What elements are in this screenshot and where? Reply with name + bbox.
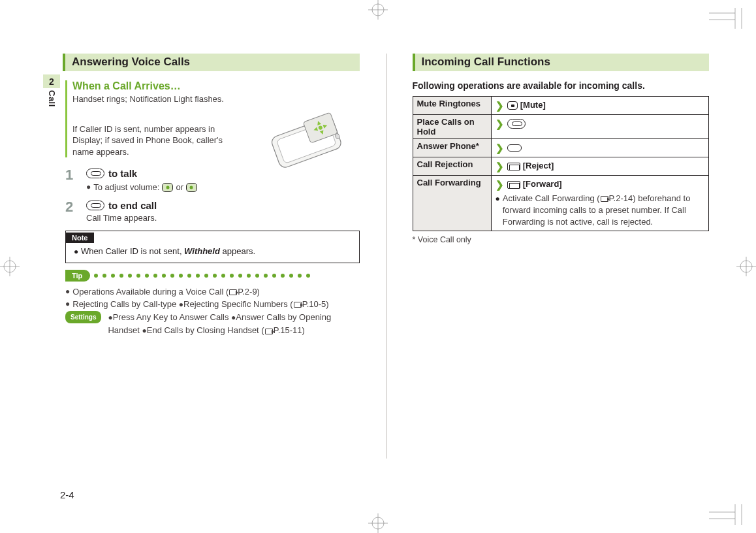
func-name: Mute Ringtones [413, 97, 491, 115]
table-row: Call Rejection ❯ [Reject] [413, 157, 709, 176]
forward-detail-pre: Activate Call Forwarding ( [503, 193, 600, 203]
crop-mark-tr [709, 8, 748, 29]
center-key-icon [507, 101, 518, 110]
tip-line-3c: End Calls by Closing Handset ( [147, 325, 264, 335]
handset-illustration [255, 106, 360, 185]
note-text-suffix: appears. [220, 246, 255, 256]
left-column: Answering Voice Calls When a Call Arrive… [63, 54, 360, 513]
tip-row: Tip [65, 270, 360, 282]
step-number: 1 [65, 168, 77, 193]
column-divider [386, 54, 386, 459]
talk-key-icon [86, 169, 104, 178]
table-row: Mute Ringtones ❯ [Mute] [413, 97, 709, 115]
right-column: Incoming Call Functions Following operat… [413, 54, 710, 513]
section-title-left: Answering Voice Calls [63, 54, 360, 71]
tip-dots [94, 274, 359, 278]
step-2-title: to end call [108, 200, 157, 211]
bullet-icon: ● [142, 326, 147, 335]
reference-icon [601, 196, 608, 202]
arrow-icon: ❯ [496, 142, 504, 153]
note-text-em: Withheld [184, 246, 220, 256]
step-1-sub-prefix: To adjust volume: [93, 182, 159, 192]
hold-key-icon [507, 119, 526, 129]
crop-mark-left [0, 257, 20, 276]
func-name: Call Forwarding [413, 176, 491, 231]
bullet-icon: ● [65, 285, 70, 298]
footnote: * Voice Call only [413, 235, 710, 244]
bullet-icon: ● [74, 247, 78, 256]
chapter-label: Call [47, 90, 57, 107]
softkey-y-icon [507, 163, 520, 170]
volume-down-key-icon [186, 183, 197, 192]
reference-icon [229, 289, 237, 295]
action-label: [Mute] [520, 100, 546, 110]
arrow-icon: ❯ [496, 118, 504, 129]
page-number: 2-4 [60, 489, 74, 500]
reference-icon [294, 302, 302, 308]
arrow-icon: ❯ [496, 179, 504, 190]
crop-mark-br [709, 504, 748, 525]
note-text-prefix: When Caller ID is not sent, [81, 246, 184, 256]
step-number: 2 [65, 200, 77, 223]
crop-mark-top [368, 0, 388, 20]
crop-mark-right [736, 257, 756, 276]
bullet-icon: ● [108, 313, 112, 322]
subheader-desc: Handset rings; Notification Light flashe… [72, 93, 360, 105]
bullet-icon: ● [65, 298, 70, 310]
intro-text: Following operations are available for i… [413, 80, 710, 91]
tip-line-2-ref: P.10-5) [302, 299, 329, 309]
step-1-sub-joiner: or [176, 182, 183, 192]
arrow-icon: ❯ [496, 161, 504, 172]
tip-line-2b: Rejecting Specific Numbers ( [183, 299, 293, 309]
mail-key-icon [507, 181, 520, 189]
section-title-right: Incoming Call Functions [413, 54, 710, 71]
subheader: When a Call Arrives… [72, 80, 360, 92]
bullet-icon: ● [496, 193, 500, 229]
note-box: Note ● When Caller ID is not sent, Withh… [65, 231, 360, 263]
crop-mark-bottom [368, 513, 388, 533]
settings-label: Settings [65, 311, 101, 323]
volume-up-key-icon [162, 183, 173, 192]
tip-list: ● Operations Available during a Voice Ca… [65, 285, 360, 338]
table-row: Answer Phone* ❯ [413, 139, 709, 157]
table-row: Call Forwarding ❯ [Forward] ● Activate C… [413, 176, 709, 231]
func-name: Answer Phone [417, 141, 476, 151]
tip-line-2a: Rejecting Calls by Call-type [72, 299, 179, 309]
arrow-icon: ❯ [496, 100, 504, 111]
tip-line-3a: Press Any Key to Answer Calls [113, 312, 231, 322]
chapter-number: 2 [43, 74, 60, 88]
bullet-icon: ● [86, 181, 91, 193]
tip-line-1: Operations Available during a Voice Call… [72, 287, 228, 297]
func-name: Place Calls on Hold [413, 115, 491, 139]
func-name-suffix: * [476, 141, 479, 151]
action-label: [Forward] [523, 179, 562, 189]
note-label: Note [65, 233, 94, 243]
step-1-title: to talk [108, 168, 137, 179]
step-2-sub: Call Time appears. [86, 213, 157, 223]
answerphone-key-icon [507, 144, 522, 152]
reference-icon [265, 329, 273, 334]
tip-line-3-ref: P.15-11) [274, 325, 305, 335]
tip-label: Tip [65, 270, 90, 282]
step-2: 2 to end call Call Time appears. [65, 200, 360, 223]
action-label: [Reject] [523, 161, 554, 170]
subheader-note: If Caller ID is sent, number appears in … [72, 123, 242, 158]
bullet-icon: ● [179, 300, 183, 309]
end-key-icon [86, 201, 104, 210]
tip-line-1-ref: P.2-9) [238, 287, 260, 297]
table-row: Place Calls on Hold ❯ [413, 115, 709, 139]
chapter-sidebar: 2 Call [47, 54, 63, 513]
functions-table: Mute Ringtones ❯ [Mute] Place Calls on H… [413, 96, 710, 231]
func-name: Call Rejection [413, 157, 491, 176]
